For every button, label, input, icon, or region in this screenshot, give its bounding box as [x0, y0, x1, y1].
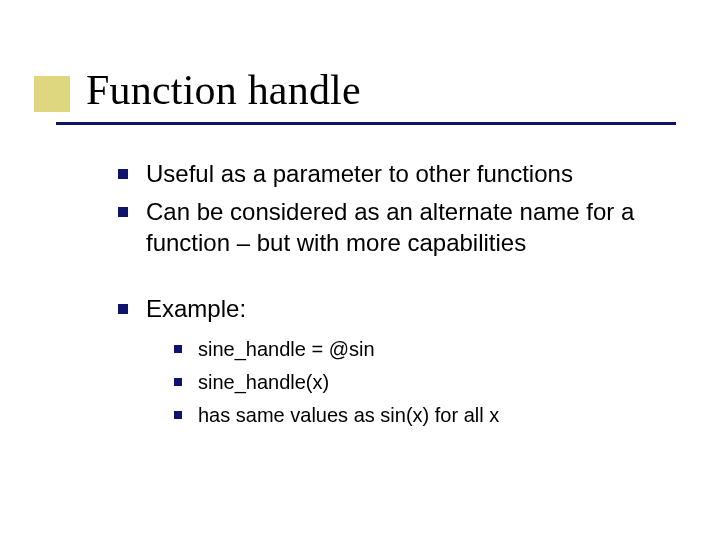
- sub-bullet-item: has same values as sin(x) for all x: [174, 401, 678, 430]
- slide-title: Function handle: [86, 66, 361, 114]
- bullet-item-label: Example:: [146, 295, 246, 322]
- accent-square: [34, 76, 70, 112]
- sub-bullet-item: sine_handle = @sin: [174, 335, 678, 364]
- bullet-list: Useful as a parameter to other functions…: [118, 158, 678, 430]
- bullet-item-example: Example: sine_handle = @sin sine_handle(…: [118, 293, 678, 430]
- sub-bullet-item: sine_handle(x): [174, 368, 678, 397]
- title-underline: [56, 122, 676, 125]
- bullet-item: Useful as a parameter to other functions: [118, 158, 678, 190]
- sub-bullet-list: sine_handle = @sin sine_handle(x) has sa…: [146, 335, 678, 430]
- slide-body: Useful as a parameter to other functions…: [118, 158, 678, 436]
- slide: Function handle Useful as a parameter to…: [0, 0, 720, 540]
- bullet-item: Can be considered as an alternate name f…: [118, 196, 678, 259]
